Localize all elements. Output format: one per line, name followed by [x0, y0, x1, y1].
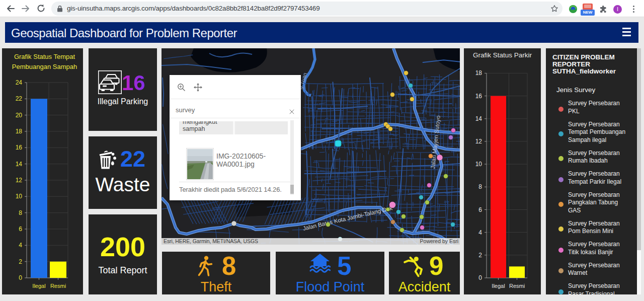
svg-text:2: 2	[478, 252, 482, 259]
svg-text:0: 0	[19, 274, 22, 281]
svg-text:8: 8	[19, 209, 22, 216]
svg-text:4: 4	[478, 229, 482, 236]
svg-text:20: 20	[16, 112, 23, 119]
svg-text:12: 12	[16, 177, 23, 184]
svg-text:4: 4	[19, 242, 22, 249]
svg-text:16: 16	[16, 144, 23, 151]
svg-text:6: 6	[19, 225, 22, 233]
svg-text:2: 2	[19, 258, 22, 265]
svg-text:14: 14	[16, 161, 23, 168]
svg-text:16: 16	[475, 93, 482, 100]
svg-text:22: 22	[16, 95, 23, 102]
svg-text:18: 18	[16, 128, 23, 135]
svg-text:18: 18	[475, 69, 482, 77]
svg-text:14: 14	[475, 115, 482, 122]
svg-text:10: 10	[16, 193, 23, 200]
svg-text:6: 6	[478, 206, 482, 213]
svg-text:0: 0	[478, 274, 482, 281]
svg-text:8: 8	[478, 183, 482, 190]
svg-text:24: 24	[16, 79, 23, 86]
svg-text:10: 10	[475, 161, 482, 168]
svg-text:12: 12	[475, 138, 482, 145]
